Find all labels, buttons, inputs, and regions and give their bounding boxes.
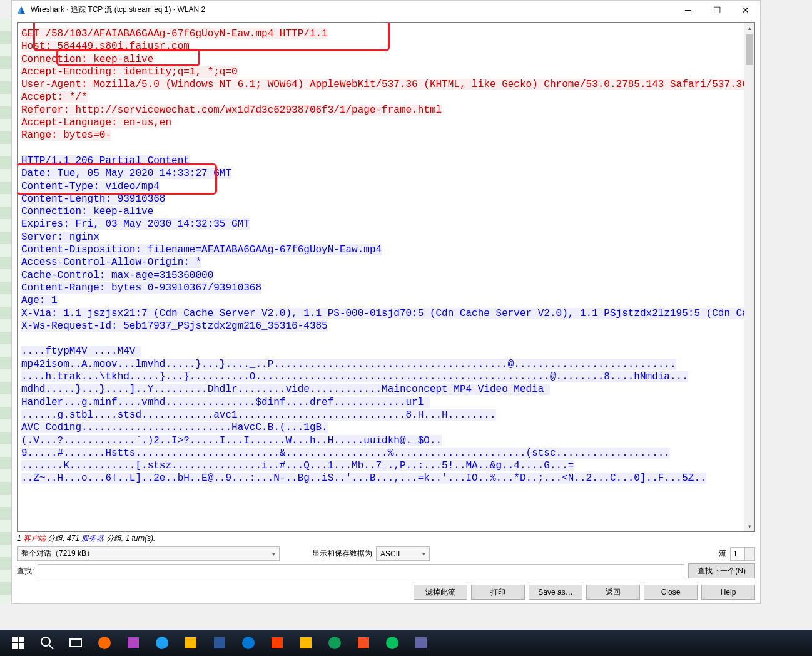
stream-content[interactable]: GET /58/103/AFAIABA6GAAg-67f6gUoyN-Eaw.m…: [17, 22, 755, 532]
svg-point-12: [242, 637, 255, 649]
status-line: 1 客户端 分组, 471 服务器 分组, 1 turn(s).: [17, 533, 755, 544]
back-button[interactable]: 返回: [586, 585, 640, 600]
taskbar-app-4[interactable]: [178, 632, 204, 654]
find-next-button[interactable]: 查找下一个(N): [688, 563, 755, 578]
wireshark-icon: [17, 5, 27, 15]
display-save-label: 显示和保存数据为: [312, 548, 372, 559]
svg-point-4: [41, 637, 50, 646]
svg-point-7: [98, 637, 111, 649]
svg-rect-14: [300, 637, 312, 648]
svg-line-5: [49, 645, 53, 649]
svg-point-9: [156, 637, 168, 649]
svg-rect-8: [128, 637, 139, 648]
svg-rect-2: [12, 643, 18, 649]
svg-rect-18: [415, 637, 427, 648]
window-title: Wireshark · 追踪 TCP 流 (tcp.stream eq 1) ·…: [31, 4, 674, 15]
taskbar[interactable]: [0, 630, 812, 656]
svg-rect-1: [19, 637, 24, 642]
print-button[interactable]: 打印: [471, 585, 525, 600]
save-as-button[interactable]: Save as…: [529, 585, 582, 600]
taskbar-app-10[interactable]: [350, 632, 377, 654]
stream-number-input[interactable]: 1: [730, 547, 755, 561]
filter-out-stream-button[interactable]: 滤掉此流: [414, 585, 467, 600]
find-label: 查找:: [17, 566, 34, 577]
titlebar: Wireshark · 追踪 TCP 流 (tcp.stream eq 1) ·…: [12, 1, 760, 19]
minimize-button[interactable]: ─: [674, 1, 703, 19]
svg-rect-11: [214, 637, 225, 648]
search-icon[interactable]: [34, 632, 60, 654]
taskbar-app-11[interactable]: [379, 632, 405, 654]
follow-stream-dialog: Wireshark · 追踪 TCP 流 (tcp.stream eq 1) ·…: [11, 0, 761, 604]
conversation-select[interactable]: 整个对话（7219 kB）▾: [17, 546, 280, 561]
taskbar-app-9[interactable]: [322, 632, 348, 654]
taskbar-app-12[interactable]: [408, 632, 434, 654]
scroll-down-icon[interactable]: ▾: [744, 521, 754, 531]
close-button[interactable]: ✕: [731, 1, 760, 19]
vertical-scrollbar[interactable]: ▴ ▾: [744, 23, 754, 531]
start-button[interactable]: [5, 632, 31, 654]
svg-point-15: [328, 637, 341, 649]
help-button[interactable]: Help: [701, 585, 755, 600]
format-select[interactable]: ASCII▾: [376, 546, 430, 561]
svg-rect-16: [358, 637, 369, 648]
scroll-thumb[interactable]: [746, 34, 753, 65]
stream-label: 流: [719, 548, 726, 559]
taskbar-app-5[interactable]: [206, 632, 233, 654]
svg-point-17: [386, 637, 398, 649]
taskbar-app-2[interactable]: [120, 632, 146, 654]
taskbar-app-7[interactable]: [264, 632, 290, 654]
taskbar-app-6[interactable]: [235, 632, 261, 654]
svg-rect-13: [272, 637, 283, 648]
svg-rect-3: [19, 643, 24, 649]
task-view-icon[interactable]: [63, 632, 89, 654]
close-dialog-button[interactable]: Close: [644, 585, 698, 600]
taskbar-app-1[interactable]: [91, 632, 118, 654]
svg-rect-0: [12, 637, 18, 642]
taskbar-app-8[interactable]: [293, 632, 319, 654]
taskbar-app-3[interactable]: [149, 632, 175, 654]
scroll-up-icon[interactable]: ▴: [744, 23, 754, 33]
svg-rect-10: [185, 637, 196, 648]
svg-rect-6: [70, 639, 81, 647]
maximize-button[interactable]: ☐: [703, 1, 731, 19]
find-input[interactable]: [38, 564, 684, 578]
